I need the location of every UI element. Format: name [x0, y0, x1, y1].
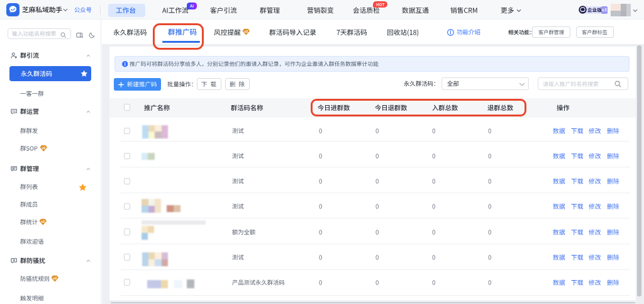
svg-text:v2: v2 [42, 147, 45, 150]
svg-text:v2: v2 [244, 30, 248, 34]
svg-text:v2: v2 [53, 276, 57, 280]
svg-text:v2: v2 [41, 220, 45, 224]
